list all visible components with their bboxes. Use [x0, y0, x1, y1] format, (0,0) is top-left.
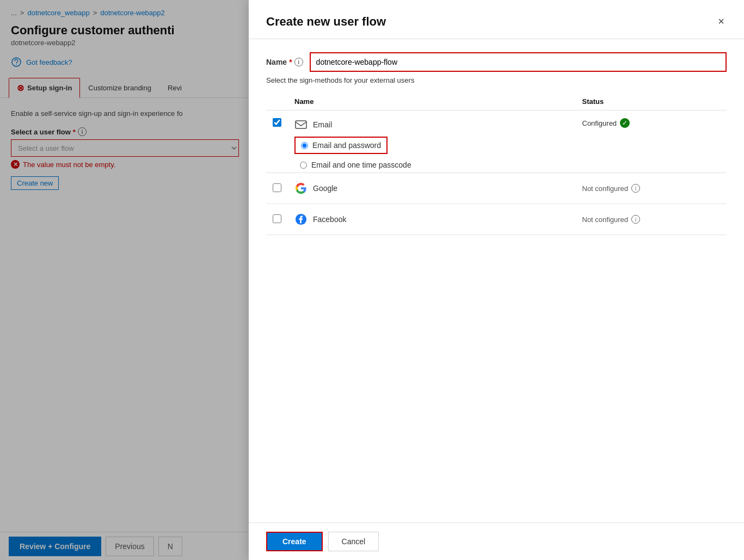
signin-methods-label: Select the sign-methods for your externa…: [266, 76, 727, 84]
google-status-info-icon[interactable]: i: [631, 184, 640, 193]
facebook-checkbox[interactable]: [273, 214, 281, 223]
email-otp-option[interactable]: Email and one time passcode: [294, 157, 569, 173]
col-checkbox: [266, 93, 288, 110]
email-name-cell: Email: [294, 118, 569, 131]
modal-body: Name * i Select the sign-methods for you…: [249, 39, 744, 522]
name-info-icon[interactable]: i: [294, 58, 303, 66]
facebook-icon: [294, 213, 308, 226]
google-provider-row: Google Not configured i: [266, 173, 727, 204]
email-checkbox[interactable]: [273, 118, 281, 127]
google-status-label: Not configured: [582, 184, 629, 193]
modal-header: Create new user flow ×: [249, 0, 744, 39]
email-status-label: Configured: [582, 119, 617, 127]
facebook-status-label: Not configured: [582, 216, 629, 224]
google-icon: [294, 182, 308, 195]
email-otp-radio[interactable]: [300, 162, 307, 169]
facebook-name-cell: Facebook: [294, 213, 569, 226]
name-required: *: [289, 58, 292, 66]
email-password-radio[interactable]: [301, 142, 308, 149]
email-section-row: Email Email and password Email and one t…: [266, 110, 727, 173]
facebook-name: Facebook: [313, 215, 346, 224]
name-input[interactable]: [310, 52, 727, 72]
methods-table: Name Status: [266, 93, 727, 235]
google-name: Google: [313, 184, 337, 193]
modal-footer: Create Cancel: [249, 522, 744, 560]
col-status: Status: [576, 93, 727, 110]
email-checkbox-wrapper: [273, 118, 281, 127]
facebook-provider-row: Facebook Not configured i: [266, 204, 727, 235]
cancel-button[interactable]: Cancel: [328, 532, 379, 551]
email-icon: [294, 118, 308, 131]
facebook-status: Not configured i: [582, 215, 721, 224]
svg-rect-2: [296, 121, 306, 128]
col-name: Name: [288, 93, 576, 110]
email-name: Email: [313, 120, 332, 129]
email-otp-label: Email and one time passcode: [311, 161, 411, 169]
name-label: Name * i: [266, 58, 303, 66]
email-password-option[interactable]: Email and password: [294, 137, 388, 154]
email-status-dot: ✓: [620, 118, 630, 128]
google-status: Not configured i: [582, 184, 721, 193]
email-password-label: Email and password: [312, 141, 381, 150]
modal-title: Create new user flow: [266, 15, 386, 29]
email-status: Configured ✓: [582, 118, 721, 128]
modal-panel: Create new user flow × Name * i Select t…: [249, 0, 744, 560]
google-name-cell: Google: [294, 182, 569, 195]
facebook-status-info-icon[interactable]: i: [631, 215, 640, 224]
google-checkbox[interactable]: [273, 183, 281, 192]
modal-close-button[interactable]: ×: [716, 13, 727, 30]
create-button[interactable]: Create: [266, 532, 323, 551]
name-field-row: Name * i: [266, 52, 727, 72]
